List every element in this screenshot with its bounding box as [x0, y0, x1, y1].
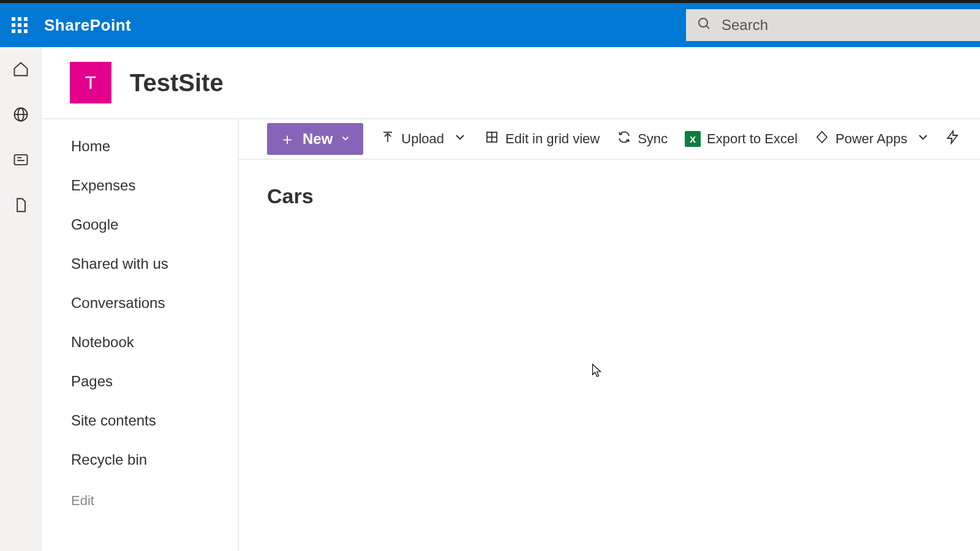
edit-grid-label: Edit in grid view [505, 131, 600, 147]
svg-point-0 [699, 18, 707, 27]
new-button-label: New [303, 130, 333, 148]
svg-marker-13 [817, 132, 827, 143]
list-title: Cars [239, 160, 980, 208]
upload-button[interactable]: Upload [380, 130, 467, 148]
suite-header: SharePoint [0, 3, 980, 47]
sync-label: Sync [638, 131, 668, 147]
export-label: Export to Excel [707, 131, 797, 147]
nav-item-pages[interactable]: Pages [71, 362, 238, 401]
svg-marker-15 [593, 364, 601, 377]
new-button[interactable]: ＋ New [267, 123, 363, 155]
app-launcher-icon[interactable] [7, 13, 32, 37]
search-input[interactable] [712, 16, 969, 34]
bolt-icon [945, 130, 960, 148]
export-excel-button[interactable]: X Export to Excel [685, 131, 797, 147]
nav-item-recycle-bin[interactable]: Recycle bin [71, 440, 238, 479]
nav-item-google[interactable]: Google [71, 205, 238, 244]
svg-marker-14 [948, 131, 957, 143]
rail-home-icon[interactable] [10, 58, 32, 80]
site-logo[interactable]: T [70, 62, 111, 103]
site-title[interactable]: TestSite [130, 69, 224, 97]
nav-item-shared[interactable]: Shared with us [71, 244, 238, 283]
app-rail [0, 47, 42, 551]
automate-button[interactable] [945, 130, 960, 148]
left-nav: Home Expenses Google Shared with us Conv… [42, 119, 239, 551]
plus-icon: ＋ [279, 131, 295, 147]
mouse-cursor-icon [592, 364, 602, 378]
command-bar: ＋ New [239, 119, 980, 160]
power-apps-button[interactable]: Power Apps [815, 130, 930, 148]
edit-grid-button[interactable]: Edit in grid view [484, 130, 600, 148]
powerapps-icon [815, 130, 829, 148]
search-icon [697, 17, 712, 34]
nav-item-conversations[interactable]: Conversations [71, 283, 238, 323]
upload-icon [380, 130, 395, 148]
rail-news-icon[interactable] [10, 149, 32, 171]
sync-icon [617, 130, 631, 148]
nav-item-site-contents[interactable]: Site contents [71, 401, 238, 440]
site-header: T TestSite [42, 47, 980, 119]
nav-item-notebook[interactable]: Notebook [71, 323, 238, 362]
rail-globe-icon[interactable] [10, 103, 32, 126]
excel-icon: X [685, 131, 701, 147]
svg-line-1 [706, 26, 709, 29]
nav-item-expenses[interactable]: Expenses [71, 166, 238, 205]
brand-label[interactable]: SharePoint [44, 16, 131, 35]
chevron-down-icon [916, 130, 930, 148]
grid-icon [484, 130, 499, 148]
svg-rect-5 [14, 155, 27, 165]
chevron-down-icon [340, 130, 351, 148]
chevron-down-icon [453, 130, 467, 148]
upload-label: Upload [401, 131, 444, 147]
nav-item-home[interactable]: Home [71, 127, 238, 166]
sync-button[interactable]: Sync [617, 130, 668, 148]
powerapps-label: Power Apps [835, 131, 907, 147]
rail-file-icon[interactable] [10, 194, 32, 216]
search-box[interactable] [686, 9, 980, 41]
list-content-area: Cars [239, 160, 980, 551]
nav-edit-link[interactable]: Edit [71, 479, 238, 509]
